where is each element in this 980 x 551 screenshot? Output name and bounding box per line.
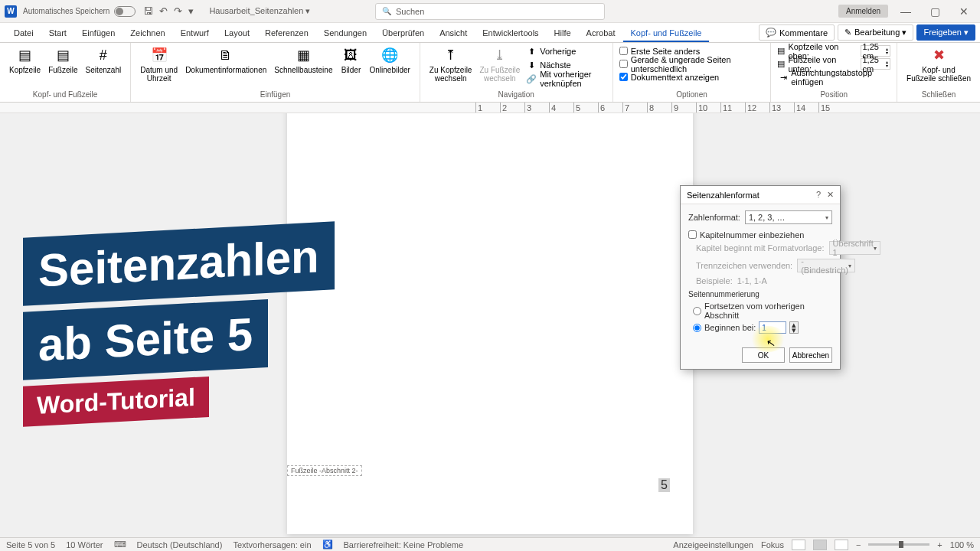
pencil-icon: ✎ bbox=[844, 28, 851, 37]
close-window-icon[interactable]: ✕ bbox=[952, 5, 975, 18]
datum-uhrzeit-button[interactable]: 📅Datum und Uhrzeit bbox=[137, 44, 181, 84]
zoom-level[interactable]: 100 % bbox=[950, 540, 974, 549]
dokumenttext-checkbox[interactable]: Dokumenttext anzeigen bbox=[619, 70, 765, 83]
tab-acrobat[interactable]: Acrobat bbox=[579, 24, 623, 42]
beispiele-label: Beispiele: bbox=[696, 276, 733, 285]
page-number[interactable]: 5 bbox=[658, 478, 670, 492]
beginnen-bei-input[interactable]: 1 bbox=[759, 321, 786, 334]
minimize-icon[interactable]: — bbox=[894, 5, 917, 18]
tab-layout[interactable]: Layout bbox=[217, 24, 257, 42]
tab-referenzen[interactable]: Referenzen bbox=[257, 24, 316, 42]
word-count[interactable]: 10 Wörter bbox=[66, 540, 103, 549]
print-layout-icon[interactable] bbox=[813, 540, 827, 550]
accessibility-status[interactable]: Barrierefreiheit: Keine Probleme bbox=[344, 540, 464, 549]
onlinebilder-button[interactable]: 🌐Onlinebilder bbox=[366, 44, 413, 84]
goto-header-icon: ⤒ bbox=[440, 46, 462, 64]
group-schliessen: ✖Kopf- und Fußzeile schließen Schließen bbox=[897, 43, 980, 102]
fortsetzen-radio[interactable]: Fortsetzen vom vorherigen Abschnitt bbox=[693, 302, 832, 320]
web-layout-icon[interactable] bbox=[835, 540, 848, 550]
tab-hilfe[interactable]: Hilfe bbox=[547, 24, 579, 42]
bearbeitung-button[interactable]: ✎Bearbeitung ▾ bbox=[838, 24, 913, 41]
kapitel-beginnt-label: Kapitel beginnt mit Formatvorlage: bbox=[696, 243, 825, 253]
kopfzeile-button[interactable]: ▤Kopfzeile bbox=[6, 44, 44, 76]
focus-button[interactable]: Fokus bbox=[761, 540, 784, 549]
beginnen-bei-radio[interactable]: Beginnen bei: 1 ▴▾ bbox=[693, 321, 832, 334]
goto-footer-icon: ⤓ bbox=[489, 46, 511, 64]
text-prediction[interactable]: Textvorhersagen: ein bbox=[233, 540, 311, 549]
zahlenformat-combo[interactable]: 1, 2, 3, … bbox=[745, 210, 832, 224]
tab-ueberpruefen[interactable]: Überprüfen bbox=[374, 24, 432, 42]
tab-start[interactable]: Start bbox=[41, 24, 74, 42]
language-indicator[interactable]: Deutsch (Deutschland) bbox=[137, 540, 223, 549]
schnellbausteine-button[interactable]: ▦Schnellbausteine bbox=[271, 44, 335, 84]
spinner-buttons[interactable]: ▴▾ bbox=[789, 321, 799, 334]
page-footer-area[interactable]: Fußzeile -Abschnitt 2- 5 bbox=[287, 473, 693, 500]
keyboard-icon[interactable]: ⌨ bbox=[114, 540, 126, 549]
trennzeichen-label: Trennzeichen verwenden: bbox=[696, 261, 792, 270]
vorherige-button[interactable]: ⬆Vorherige bbox=[524, 44, 606, 58]
tab-entwurf[interactable]: Entwurf bbox=[173, 24, 217, 42]
tab-zeichnen[interactable]: Zeichnen bbox=[122, 24, 172, 42]
bilder-button[interactable]: 🖼Bilder bbox=[337, 44, 364, 84]
ribbon: ▤Kopfzeile ▤Fußzeile #Seitenzahl Kopf- u… bbox=[0, 43, 980, 103]
tab-ansicht[interactable]: Ansicht bbox=[432, 24, 475, 42]
group-navigation: ⤒Zu Kopfzeile wechseln ⤓Zu Fußzeile wech… bbox=[420, 43, 613, 102]
document-page[interactable]: Fußzeile -Abschnitt 2- 5 bbox=[287, 113, 693, 534]
status-bar: Seite 5 von 5 10 Wörter ⌨ Deutsch (Deuts… bbox=[0, 537, 980, 551]
horizontal-ruler[interactable]: 123456789101112131415 bbox=[0, 103, 980, 113]
redo-icon[interactable]: ↷ bbox=[174, 5, 182, 17]
save-icon[interactable]: 🖫 bbox=[143, 5, 153, 17]
autosave-toggle[interactable] bbox=[114, 6, 136, 17]
qat-dropdown-icon[interactable]: ▾ bbox=[188, 5, 194, 17]
header-icon: ▤ bbox=[15, 46, 36, 64]
signin-button[interactable]: Anmelden bbox=[838, 5, 888, 18]
trennzeichen-row: Trennzeichen verwenden: - (Bindestrich) bbox=[696, 259, 832, 272]
accessibility-icon: ♿ bbox=[322, 540, 333, 549]
close-x-icon: ✖ bbox=[928, 46, 949, 64]
kapitelnummer-checkbox[interactable]: Kapitelnummer einbeziehen bbox=[688, 228, 832, 241]
search-placeholder: Suchen bbox=[396, 7, 424, 16]
tab-entwicklertools[interactable]: Entwicklertools bbox=[475, 24, 546, 42]
trennzeichen-combo: - (Bindestrich) bbox=[797, 259, 855, 272]
tab-einfuegen[interactable]: Einfügen bbox=[74, 24, 122, 42]
freigeben-button[interactable]: Freigeben ▾ bbox=[916, 24, 975, 41]
seitenzahl-button[interactable]: #Seitenzahl bbox=[83, 44, 125, 76]
kommentare-button[interactable]: 💬Kommentare bbox=[759, 24, 835, 41]
dokumentinfo-button[interactable]: 🗎Dokumentinformationen bbox=[182, 44, 270, 84]
dialog-titlebar[interactable]: Seitenzahlenformat ?✕ bbox=[681, 186, 840, 204]
tab-kopf-fusszeile[interactable]: Kopf- und Fußzeile bbox=[623, 24, 710, 42]
footer-icon: ▤ bbox=[52, 46, 74, 64]
group-label: Schließen bbox=[903, 89, 974, 100]
maximize-icon[interactable]: ▢ bbox=[923, 5, 946, 18]
display-settings[interactable]: Anzeigeeinstellungen bbox=[673, 540, 753, 549]
zahlenformat-label: Zahlenformat: bbox=[688, 213, 740, 222]
document-title[interactable]: Hausarbeit_Seitenzahlen ▾ bbox=[209, 6, 310, 16]
footer-section-tag: Fußzeile -Abschnitt 2- bbox=[287, 465, 362, 476]
close-header-footer-button[interactable]: ✖Kopf- und Fußzeile schließen bbox=[903, 44, 974, 84]
link-icon: 🔗 bbox=[526, 73, 537, 84]
zu-fusszeile-button: ⤓Zu Fußzeile wechseln bbox=[476, 44, 523, 86]
zoom-in-icon[interactable]: + bbox=[937, 540, 942, 549]
autosave-label: Automatisches Speichern bbox=[23, 7, 109, 15]
fusszeile-button[interactable]: ▤Fußzeile bbox=[45, 44, 80, 76]
page-indicator[interactable]: Seite 5 von 5 bbox=[6, 540, 55, 549]
gerade-ungerade-checkbox[interactable]: Gerade & ungerade Seiten unterschiedlich bbox=[619, 57, 765, 70]
ok-button[interactable]: OK bbox=[742, 347, 785, 363]
tab-sendungen[interactable]: Sendungen bbox=[316, 24, 374, 42]
zoom-slider[interactable] bbox=[868, 543, 929, 546]
tabstopp-button[interactable]: ⇥Ausrichtungstabstopp einfügen bbox=[777, 70, 890, 84]
group-label: Position bbox=[777, 89, 890, 100]
abbrechen-button[interactable]: Abbrechen bbox=[789, 347, 832, 363]
zu-kopfzeile-button[interactable]: ⤒Zu Kopfzeile wechseln bbox=[426, 44, 475, 86]
help-icon[interactable]: ? bbox=[816, 190, 821, 200]
tab-datei[interactable]: Datei bbox=[6, 24, 41, 42]
search-box[interactable]: Suchen bbox=[375, 3, 605, 20]
comment-icon: 💬 bbox=[766, 28, 776, 37]
verknuepfen-button[interactable]: 🔗Mit vorheriger verknüpfen bbox=[524, 72, 606, 86]
word-app-icon: W bbox=[5, 5, 17, 18]
read-mode-icon[interactable] bbox=[792, 540, 805, 550]
close-icon[interactable]: ✕ bbox=[827, 190, 834, 200]
online-picture-icon: 🌐 bbox=[379, 46, 400, 64]
undo-icon[interactable]: ↶ bbox=[159, 5, 168, 17]
zoom-out-icon[interactable]: − bbox=[856, 540, 861, 549]
